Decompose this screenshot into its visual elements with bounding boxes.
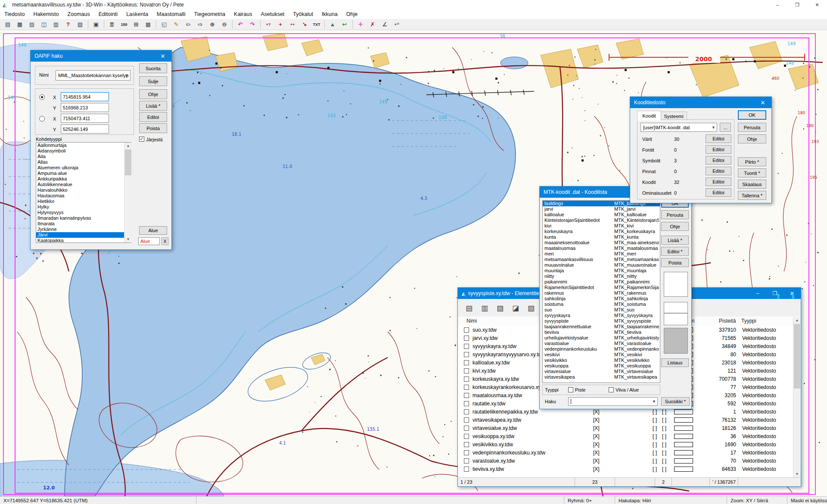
feature-type-item[interactable]: Autoliikennealue	[36, 182, 131, 187]
chevron-down-icon[interactable]: ▼	[125, 73, 129, 78]
code-list-item[interactable]: syvyyspiste MTK_syvyyspiste	[543, 318, 660, 324]
element-flag-x[interactable]: [X]	[593, 433, 600, 439]
code-list-item[interactable]: virtavesialue MTK_virtavesialue	[543, 369, 660, 374]
oapif-title-bar[interactable]: OAPIF haku ✕	[31, 50, 171, 62]
menu-item[interactable]: Hakemisto	[29, 9, 63, 19]
code-list-item[interactable]: maatalousmaa MTK_maatalousmaa	[543, 246, 660, 251]
y2-input[interactable]: 525246.149	[61, 124, 109, 134]
y1-input[interactable]: 516968.213	[61, 103, 109, 112]
menu-item[interactable]: Zoomaus	[63, 9, 94, 19]
code-list-item[interactable]: RajamerkinSijaintitiedot MTK_RajamerkinS…	[543, 285, 660, 290]
x2-input[interactable]: 7150473.411	[61, 114, 109, 123]
element-row[interactable]: tieviiva.xy.tdw [X] [ ] [ ] 84633 Vektor…	[458, 465, 801, 473]
element-flag-x[interactable]: [X]	[593, 466, 600, 472]
element-flag-x[interactable]: [X]	[593, 425, 600, 431]
redo-icon[interactable]: ↷	[247, 19, 258, 30]
delete-button[interactable]: Poista	[661, 258, 689, 267]
close-dialog-button[interactable]: Sulje	[139, 76, 167, 86]
point-add-icon[interactable]: +	[275, 19, 286, 30]
point-snap-icon[interactable]: ↘	[299, 19, 310, 30]
element-flag-2[interactable]: [ ]	[662, 466, 666, 472]
point-plus-icon[interactable]: ++	[287, 19, 298, 30]
element-flag-2[interactable]: [ ]	[662, 458, 666, 464]
element-color-swatch[interactable]	[674, 442, 693, 447]
delete-button[interactable]: Poista	[139, 123, 167, 133]
element-color-swatch[interactable]	[674, 426, 693, 431]
line-area-checkbox[interactable]	[609, 387, 614, 392]
feature-type-item[interactable]: Ankkuripaikka	[36, 176, 131, 182]
element-row[interactable]: vesikuoppa.xy.tdw [X] [ ] [ ] 36 Vektori…	[458, 432, 801, 441]
zoom-out-icon[interactable]: ⊖	[219, 19, 230, 30]
zoom-in-icon[interactable]: ⊕	[207, 19, 218, 30]
element-flag-x[interactable]: [X]	[593, 417, 600, 423]
query-select[interactable]: MML_Maastotietokannan kyselyp▼	[56, 70, 131, 81]
code-list-item[interactable]: korkeuskayra MTK_korkeuskayra	[543, 229, 660, 234]
feature-type-item[interactable]: Aallonmurtaja	[36, 143, 131, 148]
browse-button[interactable]: ...	[720, 123, 731, 132]
zoom-window-icon[interactable]: ◱	[159, 19, 170, 30]
edit-button[interactable]: Editoi	[706, 188, 731, 197]
code-file-title-bar[interactable]: Kooditiedosto ✕	[630, 97, 771, 108]
ok-button[interactable]: OK	[738, 110, 766, 120]
element-checkbox[interactable]	[464, 344, 469, 349]
code-list-item[interactable]: metsamaankasvillisuus MTK_metsamaankasv	[543, 257, 660, 262]
feature-type-item[interactable]: Harvalouhikko	[36, 187, 131, 193]
element-list-minimize-button[interactable]: –	[749, 288, 766, 299]
code-list-item[interactable]: vesikivi MTK_vesikivi	[543, 352, 660, 358]
move-up-icon[interactable]: ⬆	[771, 290, 785, 303]
element-flag-1[interactable]: [ ]	[653, 442, 657, 448]
read-file-icon[interactable]: ▤	[462, 302, 476, 314]
code-listbox[interactable]: buildings MTK_buildings jarvi MTK_jarvi …	[542, 200, 660, 383]
code-list-item[interactable]: rakennus MTK_rakennus	[543, 290, 660, 296]
code-list-item[interactable]: KiinteistorajanSijaintitiedot MTK_Kiinte…	[543, 218, 660, 223]
angle-measure-icon[interactable]: ∠	[379, 19, 390, 30]
maximize-button[interactable]: ❐	[787, 0, 807, 9]
scroll-down-icon[interactable]: ▼	[124, 236, 132, 243]
element-flag-x[interactable]: [X]	[593, 442, 600, 448]
feature-type-item[interactable]: Hautausmaa	[36, 193, 131, 199]
code-list-item[interactable]: varastoalue MTK_varastoalue	[543, 341, 660, 346]
element-checkbox[interactable]	[464, 450, 469, 455]
point-number-icon[interactable]: 150	[118, 19, 130, 30]
element-flag-1[interactable]: [ ]	[653, 425, 657, 431]
file-add-icon[interactable]: ▦	[14, 19, 25, 30]
tab-koodit[interactable]: Koodit	[637, 111, 661, 121]
element-checkbox[interactable]	[464, 434, 469, 439]
code-list-item[interactable]: meri MTK_meri	[543, 251, 660, 257]
help-button[interactable]: Ohje	[661, 222, 689, 231]
element-row[interactable]: virtavesialue.xy.tdw [X] [ ] [ ] 18126 V…	[458, 424, 801, 432]
feature-type-item[interactable]: Järvi	[36, 232, 131, 238]
add-button[interactable]: Lisää *	[139, 101, 167, 111]
chevron-down-icon[interactable]: ▼	[652, 399, 656, 404]
close-button[interactable]: ✕	[807, 0, 827, 9]
element-row[interactable]: vesikivikko.xy.tdw [X] [ ] [ ] 1690 Vekt…	[458, 441, 801, 449]
point-checkbox[interactable]	[568, 387, 573, 392]
element-color-swatch[interactable]	[674, 467, 693, 472]
point-find-icon[interactable]: +?	[263, 19, 274, 30]
element-checkbox[interactable]	[464, 385, 469, 390]
code-list-item[interactable]: kallioalue MTK_kallioalue	[543, 212, 660, 218]
feature-type-item[interactable]: Ilmaradan kannatinpylvas	[36, 215, 131, 221]
menu-item[interactable]: Työkalut	[289, 9, 317, 19]
feature-type-item[interactable]: Kaatopaikka	[36, 238, 131, 243]
element-list-icon[interactable]: ≣	[106, 19, 118, 30]
cancel-button[interactable]: Peruuta	[661, 210, 689, 219]
element-color-swatch[interactable]	[674, 417, 693, 423]
element-checkbox[interactable]	[464, 458, 469, 464]
code-list-item[interactable]: soistuma MTK_soistuma	[543, 302, 660, 307]
element-flag-1[interactable]: [ ]	[653, 433, 657, 439]
element-row[interactable]: virtavesikapea.xy.tdw [X] [ ] [ ] 76132 …	[458, 416, 801, 424]
code-list-item[interactable]: vesikuoppa MTK_vesikuoppa	[543, 363, 660, 369]
sort-checkbox[interactable]: ✓	[139, 137, 144, 142]
execute-button[interactable]: Suorita	[139, 63, 167, 73]
coord1-radio[interactable]	[39, 94, 45, 100]
import-button[interactable]: Tuonti *	[738, 168, 766, 177]
route-turn-icon[interactable]: ↩	[339, 19, 350, 30]
menu-item[interactable]: Asetukset	[256, 9, 289, 19]
write-file-icon[interactable]: ▨	[493, 302, 507, 314]
menu-item[interactable]: Laskenta	[122, 9, 152, 19]
file-export-icon[interactable]: ▥	[50, 19, 62, 30]
element-flag-2[interactable]: [ ]	[662, 409, 666, 415]
code-list-item[interactable]: muuntaja MTK_muuntaja	[543, 268, 660, 274]
element-checkbox[interactable]	[464, 426, 469, 431]
